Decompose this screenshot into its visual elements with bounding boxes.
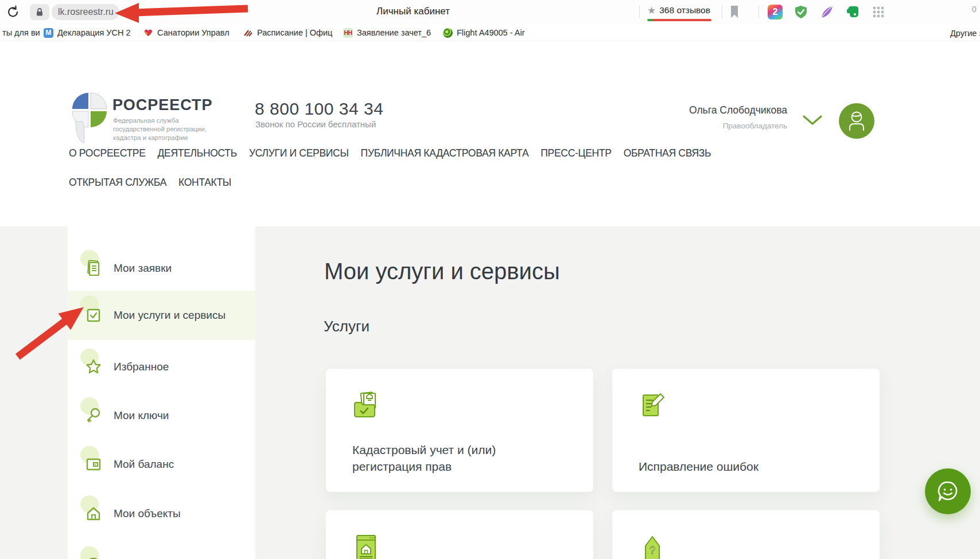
logo-subtitle-line2: государственной регистрации, [113, 125, 245, 134]
flightradar-favicon [443, 28, 453, 38]
sidebar-item-favorites[interactable]: Избранное [68, 344, 255, 390]
bookmark-item[interactable]: ты для ви [2, 26, 40, 39]
bookmark-flag-icon[interactable] [730, 5, 739, 21]
sidebar-item-label: Мой баланс [114, 458, 174, 471]
bookmark-label: Flight A49005 - Air [457, 28, 525, 37]
star-icon: ★ [647, 6, 656, 15]
lock-icon [36, 7, 44, 17]
site-reviews-badge[interactable]: ★ 368 отзывов [647, 5, 710, 15]
ssl-lock-badge[interactable] [30, 4, 49, 20]
checkbox-icon [84, 306, 103, 325]
sidebar-item-my-objects[interactable]: Мои объекты [68, 491, 255, 537]
notification-counter: 0 [972, 5, 977, 14]
chat-widget-button[interactable] [925, 468, 971, 514]
documents-icon [84, 259, 103, 278]
phone-number: 8 800 100 34 34 [255, 99, 383, 119]
extension-evernote-icon[interactable] [845, 5, 860, 19]
browser-top-bar: lk.rosreestr.ru Личный кабинет ★ 368 отз… [0, 0, 980, 24]
address-bar[interactable]: lk.rosreestr.ru [52, 4, 119, 20]
phone-note: Звонок по России бесплатный [255, 119, 376, 129]
bookmark-label: Расписание | Офиц [257, 28, 332, 37]
key-icon [84, 406, 103, 425]
sidebar-item-label: Мои объекты [114, 507, 181, 520]
circle-icon [84, 555, 103, 559]
bookmark-item[interactable]: Санатории Управл [143, 26, 230, 39]
bookmark-item[interactable]: Расписание | Офиц [243, 26, 332, 39]
nav-cadastral-map[interactable]: ПУБЛИЧНАЯ КАДАСТРОВАЯ КАРТА [361, 147, 529, 159]
page-tab-title: Личный кабинет [321, 6, 505, 17]
bookmark-item[interactable]: НН Заявление зачет_6 [343, 26, 431, 39]
moedelo-favicon: M [44, 28, 53, 38]
apps-grid-icon[interactable] [871, 5, 886, 19]
extension-shield-icon[interactable] [794, 5, 808, 19]
heart-plus-favicon [143, 28, 153, 38]
sidebar-item-my-services[interactable]: Мои услуги и сервисы [68, 291, 255, 340]
extension-feather-icon[interactable] [819, 5, 834, 19]
person-icon [846, 110, 867, 132]
card-cadastral-registration[interactable]: Кадастровый учет и (или) регистрация пра… [326, 369, 593, 492]
logo-title: РОСРЕЕСТР [112, 96, 213, 114]
nav-activity[interactable]: ДЕЯТЕЛЬНОСТЬ [158, 147, 237, 159]
site-header: РОСРЕЕСТР Федеральная служба государстве… [0, 41, 980, 105]
card-title: Кадастровый учет и (или) регистрация пра… [352, 441, 542, 475]
bookmark-label: Заявление зачет_6 [357, 28, 431, 37]
extensions-row: 2 [768, 5, 886, 19]
wallet-icon [84, 455, 103, 474]
bookmark-item[interactable]: M Декларация УСН 2 [44, 26, 131, 39]
nav-feedback[interactable]: ОБРАТНАЯ СВЯЗЬ [624, 147, 711, 159]
reload-icon[interactable] [6, 5, 21, 19]
house-icon [84, 504, 103, 523]
sidebar-item-my-requests[interactable]: Мои заявки [68, 245, 255, 291]
rosreestr-logo[interactable] [71, 92, 108, 144]
logo-subtitle-line1: Федеральная служба [113, 116, 245, 125]
user-name[interactable]: Ольга Слободчикова [615, 104, 787, 116]
document-pencil-icon [637, 390, 667, 420]
sidebar-item-my-keys[interactable]: Мои ключи [68, 393, 255, 439]
sidebar-item-partial[interactable] [68, 542, 255, 559]
nav-contacts[interactable]: КОНТАКТЫ [178, 177, 231, 189]
browser-house-icon [351, 533, 381, 559]
chevron-down-icon[interactable] [802, 115, 823, 126]
bookmark-label: Санатории Управл [157, 28, 230, 37]
nav-press-center[interactable]: ПРЕСС-ЦЕНТР [540, 147, 611, 159]
divider [722, 6, 722, 18]
bookmark-item[interactable]: Flight A49005 - Air [443, 26, 525, 39]
sidebar-item-label: Мои услуги и сервисы [114, 309, 225, 322]
url-text: lk.rosreestr.ru [58, 7, 114, 17]
card-partial-right[interactable]: ? [612, 510, 880, 559]
card-error-correction[interactable]: Исправление ошибок [612, 369, 880, 492]
main-nav-row1: О РОСРЕЕСТРЕ ДЕЯТЕЛЬНОСТЬ УСЛУГИ И СЕРВИ… [69, 147, 711, 159]
bookmark-label: Декларация УСН 2 [57, 28, 131, 37]
house-question-icon: ? [637, 534, 667, 559]
star-icon [84, 357, 103, 377]
reviews-rating-bar [647, 19, 711, 21]
page-title: Мои услуги и сервисы [324, 259, 560, 284]
sidebar-item-label: Мои заявки [114, 262, 172, 275]
nav-about[interactable]: О РОСРЕЕСТРЕ [69, 147, 146, 159]
bookmark-label: ты для ви [2, 28, 40, 37]
card-partial-left[interactable] [326, 510, 593, 559]
divider [759, 6, 759, 18]
user-role: Правообладатель [615, 122, 787, 130]
annotation-arrow-url [114, 1, 251, 23]
sidebar-item-label: Избранное [114, 361, 169, 373]
other-bookmarks[interactable]: Другие з [950, 29, 980, 38]
sidebar-item-my-balance[interactable]: Мой баланс [68, 441, 255, 487]
section-title: Услуги [324, 318, 370, 335]
nn-favicon: НН [343, 28, 353, 38]
nav-services[interactable]: УСЛУГИ И СЕРВИСЫ [249, 147, 349, 159]
divider [639, 6, 640, 18]
nav-open-service[interactable]: ОТКРЫТАЯ СЛУЖБА [69, 177, 166, 189]
avatar[interactable] [839, 103, 874, 139]
extension-2gis-icon[interactable]: 2 [768, 5, 783, 19]
chat-smiley-icon [936, 479, 960, 503]
svg-text:?: ? [650, 545, 655, 556]
card-title: Исправление ошибок [639, 458, 828, 475]
sidebar-item-label: Мои ключи [114, 409, 169, 422]
logo-subtitle-line3: кадастра и картографии [113, 134, 245, 142]
reviews-count: 368 отзывов [659, 5, 710, 15]
folder-check-icon [351, 390, 381, 420]
bookmarks-bar: ты для ви M Декларация УСН 2 Санатории У… [0, 24, 980, 41]
main-nav-row2: ОТКРЫТАЯ СЛУЖБА КОНТАКТЫ [69, 177, 231, 189]
rzd-favicon [243, 28, 253, 38]
